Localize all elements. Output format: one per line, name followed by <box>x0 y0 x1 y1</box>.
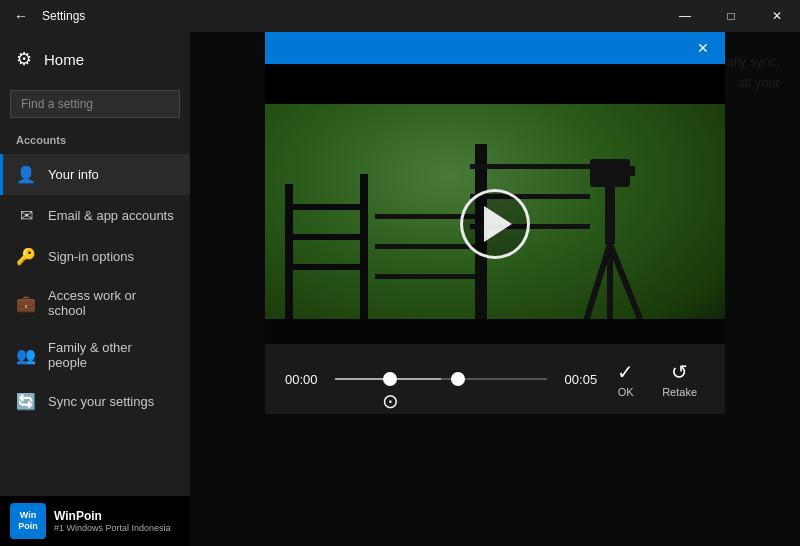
svg-rect-15 <box>470 164 590 169</box>
time-end-label: 00:05 <box>559 372 597 387</box>
watermark-text: WinPoin #1 Windows Portal Indonesia <box>54 509 171 533</box>
sidebar-item-sync[interactable]: 🔄 Sync your settings <box>0 381 190 422</box>
modal-overlay: ✕ <box>190 32 800 546</box>
timeline-track <box>335 378 547 380</box>
family-icon: 👥 <box>16 346 36 365</box>
svg-rect-4 <box>360 174 368 344</box>
maximize-button[interactable]: □ <box>708 0 754 32</box>
work-school-icon: 💼 <box>16 294 36 313</box>
svg-rect-18 <box>265 319 725 344</box>
timeline-handle-left[interactable] <box>383 372 397 386</box>
svg-line-8 <box>585 244 610 324</box>
watermark-name: WinPoin <box>54 509 171 523</box>
watermark: Win Poin WinPoin #1 Windows Portal Indon… <box>0 496 190 546</box>
svg-rect-13 <box>375 244 475 249</box>
email-accounts-label: Email & app accounts <box>48 208 174 223</box>
play-button[interactable] <box>460 189 530 259</box>
title-bar-left: ← Settings <box>0 6 662 26</box>
sidebar-item-sign-in[interactable]: 🔑 Sign-in options <box>0 236 190 277</box>
modal-top-black <box>265 64 725 104</box>
minimize-button[interactable]: — <box>662 0 708 32</box>
svg-line-10 <box>610 244 640 319</box>
sidebar-search-container <box>10 90 180 118</box>
main-layout: ⚙ Home Accounts 👤 Your info ✉ Email & ap… <box>0 32 800 546</box>
watermark-sub: #1 Windows Portal Indonesia <box>54 523 171 533</box>
work-school-label: Access work or school <box>48 288 174 318</box>
sync-icon: 🔄 <box>16 392 36 411</box>
title-bar-controls: — □ ✕ <box>662 0 800 32</box>
sign-in-icon: 🔑 <box>16 247 36 266</box>
svg-rect-3 <box>285 264 365 270</box>
sidebar-item-family[interactable]: 👥 Family & other people <box>0 329 190 381</box>
back-button[interactable]: ← <box>8 6 34 26</box>
title-bar: ← Settings — □ ✕ <box>0 0 800 32</box>
ok-label: OK <box>618 386 634 398</box>
video-area <box>265 104 725 344</box>
camera-below-icon: ⊙ <box>382 389 399 413</box>
retake-icon: ↺ <box>671 360 688 384</box>
window-close-button[interactable]: ✕ <box>754 0 800 32</box>
family-label: Family & other people <box>48 340 174 370</box>
video-modal: ✕ <box>265 32 725 414</box>
accounts-section-title: Accounts <box>0 130 190 154</box>
retake-label: Retake <box>662 386 697 398</box>
sidebar-item-work-school[interactable]: 💼 Access work or school <box>0 277 190 329</box>
title-bar-title: Settings <box>42 9 85 23</box>
sidebar-item-email-accounts[interactable]: ✉ Email & app accounts <box>0 195 190 236</box>
controls-bar: 00:00 ⊙ 00:05 ✓ OK <box>265 344 725 414</box>
sync-label: Sync your settings <box>48 394 154 409</box>
modal-close-button[interactable]: ✕ <box>689 37 717 59</box>
your-info-label: Your info <box>48 167 99 182</box>
svg-rect-14 <box>375 274 475 279</box>
timeline-area[interactable]: ⊙ <box>335 364 547 394</box>
sidebar-item-your-info[interactable]: 👤 Your info <box>0 154 190 195</box>
svg-rect-7 <box>620 166 635 176</box>
email-icon: ✉ <box>16 206 36 225</box>
watermark-logo: Win Poin <box>10 503 46 539</box>
content-area: atically sync. all your ✕ <box>190 32 800 546</box>
ok-icon: ✓ <box>617 360 634 384</box>
modal-header: ✕ <box>265 32 725 64</box>
svg-rect-1 <box>285 204 365 210</box>
retake-button[interactable]: ↺ Retake <box>654 356 705 402</box>
home-label: Home <box>44 51 84 68</box>
timeline-handle-right[interactable] <box>451 372 465 386</box>
home-gear-icon: ⚙ <box>16 48 32 70</box>
sidebar-home[interactable]: ⚙ Home <box>0 32 190 86</box>
time-start-label: 00:00 <box>285 372 323 387</box>
sign-in-label: Sign-in options <box>48 249 134 264</box>
ok-button[interactable]: ✓ OK <box>609 356 642 402</box>
sidebar: ⚙ Home Accounts 👤 Your info ✉ Email & ap… <box>0 32 190 546</box>
your-info-icon: 👤 <box>16 165 36 184</box>
svg-rect-2 <box>285 234 365 240</box>
search-input[interactable] <box>10 90 180 118</box>
